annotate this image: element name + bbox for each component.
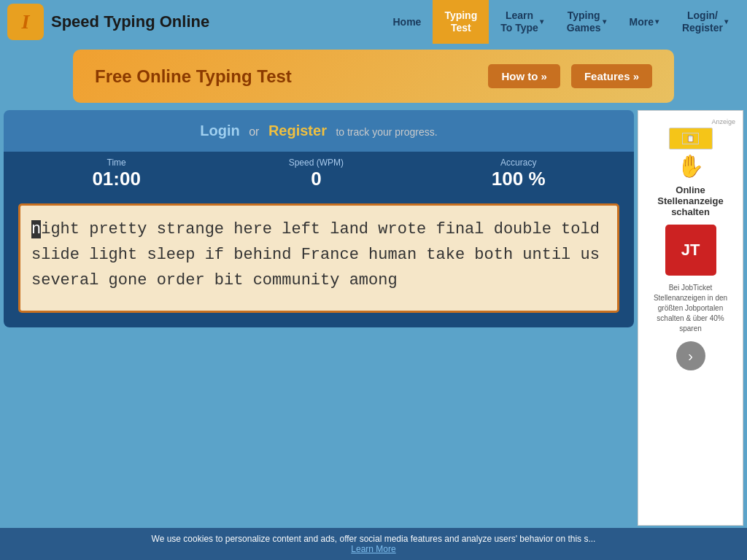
left-content: Login or Register to track your progress…: [0, 110, 638, 526]
ad-hand-icon: ✋: [646, 153, 735, 179]
or-text: or: [249, 125, 259, 138]
features-button[interactable]: Features »: [571, 64, 652, 88]
ad-cta-button[interactable]: ›: [676, 341, 705, 370]
current-char: n: [31, 220, 41, 238]
accuracy-value: 100 %: [492, 168, 546, 190]
register-link[interactable]: Register: [268, 122, 327, 139]
typing-outer: Login or Register to track your progress…: [4, 110, 634, 327]
logo-text: Speed Typing Online: [51, 12, 209, 31]
logo-area: I Speed Typing Online: [7, 4, 209, 40]
ad-inner: Anzeige 📋 ✋ OnlineStellenanzeigeschalten…: [642, 114, 739, 381]
nav-learn-to-type[interactable]: LearnTo Type▾: [489, 0, 555, 44]
main-nav: Home TypingTest LearnTo Type▾ TypingGame…: [381, 0, 740, 44]
login-bar: Login or Register to track your progress…: [4, 114, 634, 148]
nav-login-register[interactable]: Login/Register▾: [670, 0, 740, 44]
speed-label: Speed (WPM): [289, 158, 344, 168]
login-link[interactable]: Login: [200, 122, 239, 139]
speed-value: 0: [289, 168, 344, 190]
ad-top-image: 📋: [669, 128, 713, 149]
ad-description: Bei JobTicketStellenanzeigen in dengrößt…: [646, 283, 735, 334]
login-arrow-icon: ▾: [724, 18, 728, 26]
typing-container: night pretty strange here left land wrot…: [4, 196, 634, 327]
accuracy-label: Accuracy: [492, 158, 546, 168]
more-arrow-icon: ▾: [655, 18, 659, 26]
how-to-button[interactable]: How to »: [488, 64, 560, 88]
ad-label-text: Anzeige: [711, 118, 735, 125]
page-wrapper: I Speed Typing Online Home TypingTest Le…: [0, 0, 747, 526]
ad-logo: JT: [665, 225, 716, 276]
time-stat: Time 01:00: [92, 158, 141, 190]
banner: Free Online Typing Test How to » Feature…: [73, 50, 674, 103]
speed-stat: Speed (WPM) 0: [289, 158, 344, 190]
time-label: Time: [92, 158, 141, 168]
nav-more[interactable]: More▾: [618, 0, 670, 44]
logo-icon: I: [7, 4, 44, 40]
learn-more-link[interactable]: Learn More: [351, 544, 395, 554]
banner-title: Free Online Typing Test: [95, 66, 292, 87]
time-value: 01:00: [92, 168, 141, 190]
stats-bar: Time 01:00 Speed (WPM) 0 Accuracy 100 %: [4, 152, 634, 196]
typing-box[interactable]: night pretty strange here left land wrot…: [18, 203, 619, 313]
ad-title: OnlineStellenanzeigeschalten: [646, 184, 735, 217]
nav-home[interactable]: Home: [381, 0, 433, 44]
nav-typing-games[interactable]: TypingGames▾: [555, 0, 618, 44]
nav-typing-test[interactable]: TypingTest: [433, 0, 489, 44]
accuracy-stat: Accuracy 100 %: [492, 158, 546, 190]
logo-icon-letter: I: [22, 10, 30, 34]
games-arrow-icon: ▾: [603, 18, 606, 26]
track-text: to track your progress.: [336, 126, 437, 138]
banner-buttons: How to » Features »: [488, 64, 652, 88]
ad-sidebar: Anzeige 📋 ✋ OnlineStellenanzeigeschalten…: [638, 110, 743, 526]
typing-text: ight pretty strange here left land wrote…: [31, 220, 600, 289]
cookie-bar: We use cookies to personalize content an…: [0, 528, 747, 560]
cookie-text: We use cookies to personalize content an…: [152, 534, 596, 544]
main-area: Login or Register to track your progress…: [0, 110, 747, 526]
learn-arrow-icon: ▾: [540, 18, 543, 26]
header: I Speed Typing Online Home TypingTest Le…: [0, 0, 747, 44]
